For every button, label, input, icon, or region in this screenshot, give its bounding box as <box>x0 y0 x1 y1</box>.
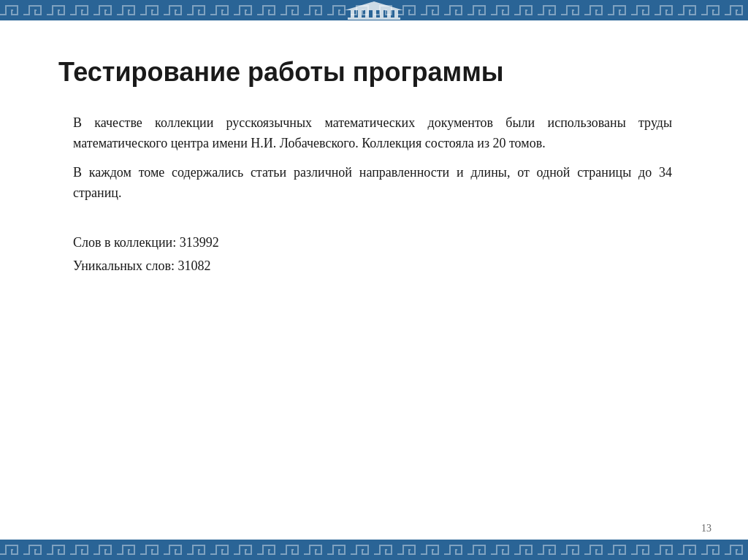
top-meander-svg <box>0 0 748 20</box>
stats-block: Слов в коллекции: 313992 Уникальных слов… <box>73 231 690 278</box>
svg-rect-11 <box>0 0 748 20</box>
stat-words-value: 313992 <box>180 235 219 250</box>
stat-unique-value: 31082 <box>178 258 210 273</box>
paragraph-2: В каждом томе содержались статьи различн… <box>73 163 672 204</box>
bottom-meander-svg <box>0 540 748 560</box>
svg-rect-13 <box>0 540 748 560</box>
paragraph-1: В качестве коллекции русскоязычных матем… <box>73 113 672 154</box>
slide-content: Тестирование работы программы В качестве… <box>0 20 748 540</box>
stat-words: Слов в коллекции: 313992 <box>73 231 690 254</box>
stat-words-label: Слов в коллекции: <box>73 235 176 250</box>
content-block: В качестве коллекции русскоязычных матем… <box>73 113 672 212</box>
slide-title: Тестирование работы программы <box>58 57 690 88</box>
top-border <box>0 0 748 20</box>
stat-unique: Уникальных слов: 31082 <box>73 254 690 277</box>
bottom-border <box>0 540 748 560</box>
stat-unique-label: Уникальных слов: <box>73 258 175 273</box>
page-number: 13 <box>701 523 711 534</box>
